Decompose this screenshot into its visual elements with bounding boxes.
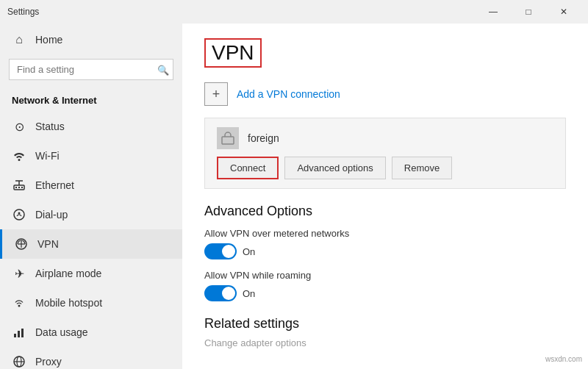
sidebar-item-wifi[interactable]: Wi-Fi xyxy=(0,141,182,171)
sidebar-item-label: Airplane mode xyxy=(35,268,101,279)
vpn-card-top: foreign xyxy=(217,127,553,149)
sidebar-item-dialup[interactable]: Dial-up xyxy=(0,200,182,229)
add-vpn-label: Add a VPN connection xyxy=(237,88,340,100)
svg-rect-1 xyxy=(15,187,17,188)
sidebar-item-label: Mobile hotspot xyxy=(35,297,102,309)
advanced-options-button[interactable]: Advanced options xyxy=(284,157,385,179)
search-icon: 🔍 xyxy=(157,64,169,75)
svg-rect-13 xyxy=(18,331,20,337)
home-label: Home xyxy=(35,34,62,46)
sidebar-section-title: Network & Internet xyxy=(0,89,182,112)
svg-rect-18 xyxy=(222,137,234,144)
remove-button[interactable]: Remove xyxy=(392,157,452,179)
title-bar-controls: — □ ✕ xyxy=(476,0,581,24)
vpn-roaming-toggle-row: Allow VPN while roaming On xyxy=(204,270,566,301)
home-icon: ⌂ xyxy=(12,32,26,47)
svg-rect-2 xyxy=(18,187,20,188)
vpn-roaming-control: On xyxy=(204,285,566,301)
svg-rect-3 xyxy=(21,187,23,188)
advanced-options-heading: Advanced Options xyxy=(204,204,566,219)
app-container: ⌂ Home 🔍 Network & Internet ⊙ Status Wi-… xyxy=(0,24,588,369)
close-button[interactable]: ✕ xyxy=(547,0,581,24)
sidebar-item-status[interactable]: ⊙ Status xyxy=(0,112,182,141)
sidebar-item-label: Data usage xyxy=(35,326,88,338)
airplane-icon: ✈ xyxy=(12,266,26,281)
sidebar-item-label: Wi-Fi xyxy=(35,150,60,162)
maximize-button[interactable]: □ xyxy=(512,0,545,24)
vpn-metered-control: On xyxy=(204,243,566,259)
svg-point-11 xyxy=(18,305,21,307)
title-bar-left: Settings xyxy=(7,7,39,17)
hotspot-icon xyxy=(12,295,26,310)
sidebar-item-label: Proxy xyxy=(35,356,62,368)
sidebar-item-data[interactable]: Data usage xyxy=(0,318,182,347)
proxy-icon xyxy=(12,354,26,369)
svg-rect-12 xyxy=(14,334,16,337)
vpn-connection-card: foreign Connect Advanced options Remove xyxy=(204,118,566,189)
watermark: wsxdn.com xyxy=(545,355,582,363)
vpn-metered-switch[interactable] xyxy=(204,243,237,259)
sidebar-item-ethernet[interactable]: Ethernet xyxy=(0,171,182,200)
sidebar-item-proxy[interactable]: Proxy xyxy=(0,347,182,369)
vpn-metered-label: Allow VPN over metered networks xyxy=(204,228,566,239)
vpn-roaming-state: On xyxy=(243,288,255,299)
sidebar: ⌂ Home 🔍 Network & Internet ⊙ Status Wi-… xyxy=(0,24,182,369)
vpn-card-name: foreign xyxy=(248,132,279,144)
add-vpn-icon: + xyxy=(204,82,228,106)
dialup-icon xyxy=(12,207,26,222)
change-adapter-link[interactable]: Change adapter options xyxy=(204,337,566,348)
search-box: 🔍 xyxy=(9,59,173,80)
status-icon: ⊙ xyxy=(12,119,26,134)
sidebar-item-label: VPN xyxy=(37,238,59,250)
vpn-roaming-label: Allow VPN while roaming xyxy=(204,270,566,281)
sidebar-item-airplane[interactable]: ✈ Airplane mode xyxy=(0,259,182,288)
page-title: VPN xyxy=(204,38,262,68)
sidebar-item-label: Status xyxy=(35,121,65,132)
add-vpn-row[interactable]: + Add a VPN connection xyxy=(204,82,566,106)
sidebar-item-vpn[interactable]: VPN xyxy=(0,229,182,259)
connect-button[interactable]: Connect xyxy=(217,157,279,179)
title-bar: Settings — □ ✕ xyxy=(0,0,588,24)
related-settings-heading: Related settings xyxy=(204,316,566,332)
minimize-button[interactable]: — xyxy=(476,0,510,24)
sidebar-item-home[interactable]: ⌂ Home xyxy=(0,24,182,56)
vpn-roaming-switch[interactable] xyxy=(204,285,237,301)
svg-point-7 xyxy=(18,212,21,215)
sidebar-item-label: Ethernet xyxy=(35,179,74,191)
wifi-icon xyxy=(12,148,26,163)
vpn-metered-toggle-row: Allow VPN over metered networks On xyxy=(204,228,566,259)
vpn-card-icon xyxy=(217,127,239,149)
main-content: VPN + Add a VPN connection foreign Conne… xyxy=(182,24,588,369)
vpn-metered-state: On xyxy=(243,246,255,257)
ethernet-icon xyxy=(12,178,26,193)
sidebar-item-label: Dial-up xyxy=(35,209,68,221)
vpn-card-buttons: Connect Advanced options Remove xyxy=(217,157,553,179)
vpn-icon xyxy=(14,237,29,251)
svg-rect-14 xyxy=(21,329,24,337)
sidebar-item-hotspot[interactable]: Mobile hotspot xyxy=(0,288,182,318)
search-input[interactable] xyxy=(9,59,173,80)
app-title: Settings xyxy=(7,7,39,17)
data-icon xyxy=(12,325,26,340)
